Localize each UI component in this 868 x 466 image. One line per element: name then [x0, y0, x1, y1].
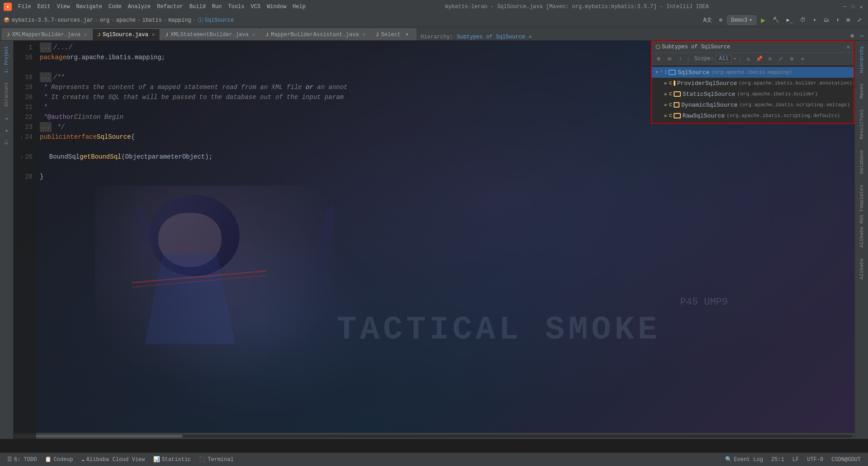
hier-close-panel-icon[interactable]: ✕: [797, 54, 807, 64]
menu-refactor[interactable]: Refactor: [154, 3, 186, 11]
breadcrumb-ibatis[interactable]: ibatis: [142, 17, 162, 24]
run-config-dropdown[interactable]: Demo3 ▾: [727, 15, 756, 25]
jar-icon: 📦: [4, 17, 10, 23]
tab-close-icon[interactable]: ✕: [252, 32, 255, 38]
menu-window[interactable]: Window: [264, 3, 289, 11]
statusbar-encoding[interactable]: UTF-8: [803, 456, 827, 464]
expand-icon[interactable]: ▶: [665, 102, 667, 108]
git-icon[interactable]: ⬆: [834, 16, 842, 24]
hier-item-staticsqlsource[interactable]: ▶ C StaticSqlSource (org.apache.ibatis.b…: [652, 89, 854, 99]
fold-icon-23[interactable]: ...: [40, 122, 52, 132]
scope-value[interactable]: All: [716, 55, 732, 63]
hier-collapse-icon[interactable]: ⊟: [665, 54, 675, 64]
hier-refresh-icon[interactable]: ↻: [743, 54, 753, 64]
expand-icon[interactable]: ▶: [665, 80, 667, 86]
minimize-panel-icon[interactable]: ─: [858, 32, 866, 40]
statusbar-position[interactable]: 25:1: [768, 456, 788, 464]
menu-build[interactable]: Build: [187, 3, 208, 11]
sidebar-item-project[interactable]: 1: Project: [1, 42, 12, 77]
menu-vcs[interactable]: VCS: [248, 3, 264, 11]
menu-edit[interactable]: Edit: [35, 3, 53, 11]
statusbar-todo[interactable]: ☰ 6: TODO: [4, 455, 40, 464]
minimize-button[interactable]: ─: [842, 4, 848, 10]
class-icon: C: [669, 80, 672, 86]
hier-pin-icon[interactable]: 📌: [754, 54, 764, 64]
menu-tools[interactable]: Tools: [226, 3, 247, 11]
more-run-icon[interactable]: ▾: [810, 16, 819, 24]
breadcrumb-sqlsource[interactable]: SqlSource: [205, 17, 234, 24]
right-tab-hierarchy[interactable]: Hierarchy: [856, 41, 867, 78]
breadcrumb-apache[interactable]: apache: [116, 17, 136, 24]
breadcrumb-mapping[interactable]: mapping: [169, 17, 191, 24]
breadcrumb-org[interactable]: org: [100, 17, 110, 24]
hier-sort-icon[interactable]: ↕: [675, 54, 685, 64]
tab-sqlsource[interactable]: J SqlSource.java ✕: [92, 28, 160, 40]
menu-navigate[interactable]: Navigate: [73, 3, 105, 11]
tab-mapperbuilderassistant[interactable]: J MapperBuilderAssistant.java ✕: [261, 28, 371, 40]
tab-close-icon[interactable]: ✕: [84, 32, 87, 38]
statusbar-line-sep[interactable]: LF: [789, 456, 802, 464]
translate-icon[interactable]: A文: [701, 15, 715, 25]
menu-run[interactable]: Run: [209, 3, 225, 11]
hierarchy-close-icon[interactable]: ✕: [529, 33, 532, 40]
menu-view[interactable]: View: [54, 3, 73, 11]
coverage-button[interactable]: ▶̲: [784, 16, 796, 24]
sidebar-item-cloud[interactable]: ☁: [1, 112, 12, 123]
right-tab-resulttool[interactable]: ResultTool: [856, 104, 867, 145]
profile-button[interactable]: ⏱: [797, 16, 808, 24]
right-tab-alibaba-ros[interactable]: Alibaba ROS Templates: [856, 179, 867, 253]
fold-icon-18[interactable]: ...: [40, 72, 52, 82]
breadcrumb-jar[interactable]: mybatis-3.5.7-sources.jar: [12, 17, 93, 24]
close-button[interactable]: ✕: [858, 4, 864, 10]
fold-icon-1[interactable]: ...: [40, 42, 52, 52]
menu-analyze[interactable]: Analyze: [125, 3, 153, 11]
run-button[interactable]: ▶: [758, 15, 768, 26]
right-tab-alibaba[interactable]: Alibaba: [856, 253, 867, 285]
hier-settings-icon[interactable]: ⚙: [787, 54, 797, 64]
hier-pkg: (org.apache.ibatis.scripting.defaults): [726, 113, 840, 118]
right-tab-database[interactable]: Database: [856, 145, 867, 179]
tab-xmlmapperbuilder[interactable]: J XMLMapperBuilder.java ✕: [2, 28, 92, 40]
hierarchy-toolbar: ⊞ ⊟ ↕ | Scope: All ▾ | ↻ 📌 ⊘ ⤢ ⚙ ✕: [652, 53, 854, 65]
statusbar-event-log[interactable]: 🔍 Event Log: [722, 455, 767, 464]
expand-icon[interactable]: ▶: [665, 91, 667, 97]
menu-file[interactable]: File: [15, 3, 34, 11]
expand-icon[interactable]: ▶: [665, 113, 667, 118]
tab-close-icon[interactable]: ✕: [152, 32, 155, 38]
hier-item-dynamicsqlsource[interactable]: ▶ C DynamicSqlSource (org.apache.ibatis.…: [652, 99, 854, 110]
sidebar-item-number2[interactable]: 2:: [1, 137, 12, 146]
statusbar-codeup[interactable]: 📋 Codeup: [41, 455, 76, 464]
sidebar-item-structure[interactable]: Structure: [1, 79, 12, 110]
tab-select[interactable]: J Select ▾: [371, 28, 416, 40]
expand-icon[interactable]: ⤢: [854, 16, 864, 24]
sidebar-item-favorites[interactable]: ★: [1, 125, 12, 136]
hier-expand-all-icon[interactable]: ⤢: [776, 54, 786, 64]
maximize-button[interactable]: □: [850, 4, 856, 10]
layout-icon[interactable]: ⊞: [844, 16, 853, 24]
window-controls[interactable]: ─ □ ✕: [842, 4, 864, 10]
statusbar-statistic[interactable]: 📊 Statistic: [150, 455, 195, 464]
hierarchy-close-button[interactable]: ✕: [846, 43, 850, 51]
menu-code[interactable]: Code: [106, 3, 124, 11]
statusbar-alibaba-view[interactable]: ☁ Alibaba Cloud View: [78, 455, 149, 464]
settings-icon[interactable]: ⚙: [717, 16, 725, 24]
build-button[interactable]: 🔨: [770, 16, 782, 24]
hier-filter-icon[interactable]: ⊘: [765, 54, 775, 64]
tab-more-icon[interactable]: ▾: [403, 30, 411, 39]
menu-bar[interactable]: File Edit View Navigate Code Analyze Ref…: [15, 3, 308, 11]
hier-expand-icon[interactable]: ⊞: [654, 54, 664, 64]
tab-xmlstatementbuilder[interactable]: J XMLStatementBuilder.java ✕: [160, 28, 260, 40]
settings-tab-icon[interactable]: ⚙: [848, 32, 857, 40]
menu-help[interactable]: Help: [290, 3, 308, 11]
project-structure-icon[interactable]: 🗂: [821, 16, 832, 24]
hier-item-rawsqlsource[interactable]: ▶ C RawSqlSource (org.apache.ibatis.scri…: [652, 110, 854, 121]
tab-close-icon[interactable]: ✕: [363, 32, 366, 38]
expand-icon[interactable]: ▼: [656, 70, 658, 75]
codeup-icon: 📋: [45, 456, 52, 463]
statusbar-terminal[interactable]: ⬛ Terminal: [195, 455, 237, 464]
hier-item-providersqlsource[interactable]: ▶ C ProviderSqlSource (org.apache.ibatis…: [652, 78, 854, 89]
hier-item-sqlsource[interactable]: ▼ * I SqlSource (org.apache.ibatis.mappi…: [652, 67, 854, 78]
right-tab-maven[interactable]: Maven: [856, 78, 867, 104]
modified-icon: *: [660, 70, 663, 75]
line-18: 18: [14, 72, 33, 82]
